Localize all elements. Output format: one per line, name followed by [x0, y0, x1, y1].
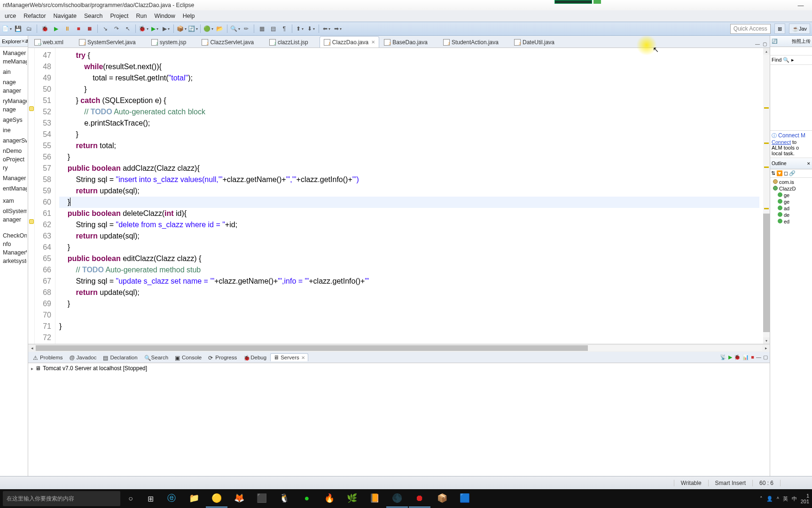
overview-ruler[interactable]: ▴ ▾ — [763, 48, 770, 344]
app-icon[interactable]: 🌿 — [341, 490, 363, 508]
annotation-next-button[interactable]: ⬇ — [306, 24, 316, 33]
pause-button[interactable]: ⏸ — [62, 24, 72, 33]
bottom-tab-console[interactable]: ▣Console — [172, 354, 204, 361]
tab-close-icon[interactable]: ✕ — [371, 40, 375, 45]
servers-content[interactable]: ▸ 🖥 Tomcat v7.0 Server at localhost [Sto… — [28, 363, 770, 476]
bottom-tab-progress[interactable]: ⟳Progress — [205, 354, 240, 361]
upload-button[interactable]: 拍照上传 — [792, 38, 811, 45]
warning-marker[interactable] — [29, 219, 34, 224]
project-node[interactable]: ine — [1, 126, 27, 135]
bottom-minimize-icon[interactable]: — — [756, 354, 761, 360]
project-node[interactable]: anager — [1, 215, 27, 224]
project-node[interactable]: ManagerWeb — [1, 248, 27, 257]
quick-access-field[interactable]: Quick Access — [730, 24, 771, 34]
tab-clazzservlet-java[interactable]: ClazzServlet.java✕ — [197, 36, 265, 48]
outline-node[interactable]: ge — [771, 198, 811, 205]
servers-debug-icon[interactable]: 🐞 — [734, 354, 741, 360]
java-perspective-button[interactable]: ☕ Jav — [789, 24, 810, 34]
outline-node[interactable]: ad — [771, 205, 811, 212]
tab-web-xml[interactable]: web.xml✕ — [30, 36, 74, 48]
hscroll-right-button[interactable]: ▸ — [762, 344, 770, 352]
edge-app-icon[interactable]: ⓔ — [161, 490, 182, 508]
horizontal-scrollbar[interactable]: ◂ ▸ — [28, 344, 770, 352]
project-node[interactable]: ryManager — [1, 97, 27, 105]
tray-ime-a[interactable]: ᴬ — [777, 496, 779, 502]
new-package-button[interactable]: 📦 — [177, 24, 186, 33]
new-class-button[interactable]: 🟢 — [203, 24, 213, 33]
step-over-button[interactable]: ↷ — [112, 24, 121, 33]
menu-urce[interactable]: urce — [1, 11, 20, 21]
project-node[interactable]: ain — [1, 68, 27, 76]
tab-dateutil-java[interactable]: DateUtil.java✕ — [510, 36, 565, 48]
project-node[interactable]: ry — [1, 164, 27, 172]
outline-node[interactable]: de — [771, 212, 811, 218]
app-icon[interactable]: 🔥 — [319, 490, 340, 508]
chrome-app-icon[interactable]: 🟡 — [206, 490, 227, 508]
find-search-icon[interactable]: 🔍 — [783, 57, 789, 63]
project-node[interactable]: xam — [1, 197, 27, 205]
code-content[interactable]: try { while(resultSet.next()){ total = r… — [55, 48, 763, 344]
bottom-tab-javadoc[interactable]: @Javadoc — [67, 354, 100, 361]
project-node[interactable]: ollSystem — [1, 207, 27, 215]
tab-basedao-java[interactable]: BaseDao.java✕ — [380, 36, 438, 48]
outline-node[interactable]: ed — [771, 218, 811, 225]
editor-maximize-icon[interactable]: ▢ — [762, 40, 768, 48]
expand-icon[interactable]: ▸ — [31, 366, 33, 371]
outline-close-icon[interactable]: ✕ — [807, 161, 811, 166]
bottom-tab-search[interactable]: 🔍Search — [141, 354, 171, 361]
vscode-app-icon[interactable]: ⬛ — [251, 490, 273, 508]
find-next-icon[interactable]: ▸ — [791, 57, 794, 63]
outline-hide-icon[interactable]: ◻ — [784, 170, 788, 176]
stop-button[interactable]: ■ — [74, 24, 83, 33]
hscroll-thumb[interactable] — [36, 345, 588, 351]
project-node[interactable]: meManager — [1, 57, 27, 66]
project-node[interactable]: arketsystem — [1, 257, 27, 265]
run-external-button[interactable]: ▶ — [161, 24, 171, 33]
app-icon[interactable]: 📙 — [364, 490, 385, 508]
explorer-close-icon[interactable]: ✕ — [21, 39, 25, 44]
hscroll-left-button[interactable]: ◂ — [28, 344, 36, 352]
warning-marker[interactable] — [29, 106, 34, 111]
tab-systemservlet-java[interactable]: SystemServlet.java✕ — [75, 36, 147, 48]
outline-filter-icon[interactable]: 🔽 — [776, 170, 783, 176]
servers-publish-icon[interactable]: 📡 — [720, 354, 726, 360]
servers-profile-icon[interactable]: 📊 — [742, 354, 749, 360]
debug-menu-button[interactable]: 🐞 — [139, 24, 148, 33]
run-button[interactable]: ▶ — [51, 24, 61, 33]
bottom-tab-problems[interactable]: ⚠Problems — [30, 354, 66, 361]
outline-link-icon[interactable]: 🔗 — [789, 170, 796, 176]
project-node[interactable]: CheckOn — [1, 231, 27, 240]
task-icon[interactable]: 🔄 — [772, 39, 777, 44]
disconnect-button[interactable]: ⏹ — [85, 24, 94, 33]
refresh-button[interactable]: 🔄 — [188, 24, 197, 33]
project-node[interactable]: nfo — [1, 240, 27, 248]
project-node[interactable]: oProject — [1, 155, 27, 164]
project-node[interactable]: nage — [1, 78, 27, 87]
cortana-icon[interactable]: ○ — [121, 489, 140, 508]
run-menu-button[interactable]: ▶ — [150, 24, 159, 33]
back-button[interactable]: ⬅ — [322, 24, 331, 33]
tray-people-icon[interactable]: 👤 — [766, 496, 773, 502]
connect-link[interactable]: Connect — [772, 139, 791, 145]
app-icon[interactable]: 📦 — [431, 490, 453, 508]
qq-app-icon[interactable]: 🐧 — [273, 490, 295, 508]
scroll-down-button[interactable]: ▾ — [763, 337, 770, 344]
collapse-all-icon[interactable]: ⇵ — [25, 39, 28, 44]
minimize-button[interactable]: — — [792, 1, 809, 9]
tab-studentaction-java[interactable]: StudentAction.java✕ — [439, 36, 509, 48]
step-into-button[interactable]: ↘ — [101, 24, 110, 33]
menu-search[interactable]: Search — [80, 11, 107, 21]
search-button[interactable]: 🔍 — [230, 24, 240, 33]
recorder-app-icon[interactable]: ⏺ — [409, 490, 430, 508]
outline-node[interactable]: com.is — [771, 179, 811, 185]
wechat-app-icon[interactable]: ● — [296, 490, 318, 508]
forward-button[interactable]: ➡ — [333, 24, 343, 33]
menu-project[interactable]: Project — [107, 11, 133, 21]
bottom-tab-debug[interactable]: 🐞Debug — [241, 354, 269, 361]
server-label[interactable]: Tomcat v7.0 Server at localhost [Stopped… — [43, 365, 147, 372]
project-tree[interactable]: ManagermeManagerainnageanagerryManagerna… — [0, 47, 28, 267]
tray-ime-cn[interactable]: 中 — [792, 495, 797, 502]
toggle-block-button[interactable]: ▤ — [268, 24, 278, 33]
taskbar-search-input[interactable]: 在这里输入你要搜索的内容 — [3, 491, 120, 506]
editor-minimize-icon[interactable]: — — [754, 40, 761, 48]
